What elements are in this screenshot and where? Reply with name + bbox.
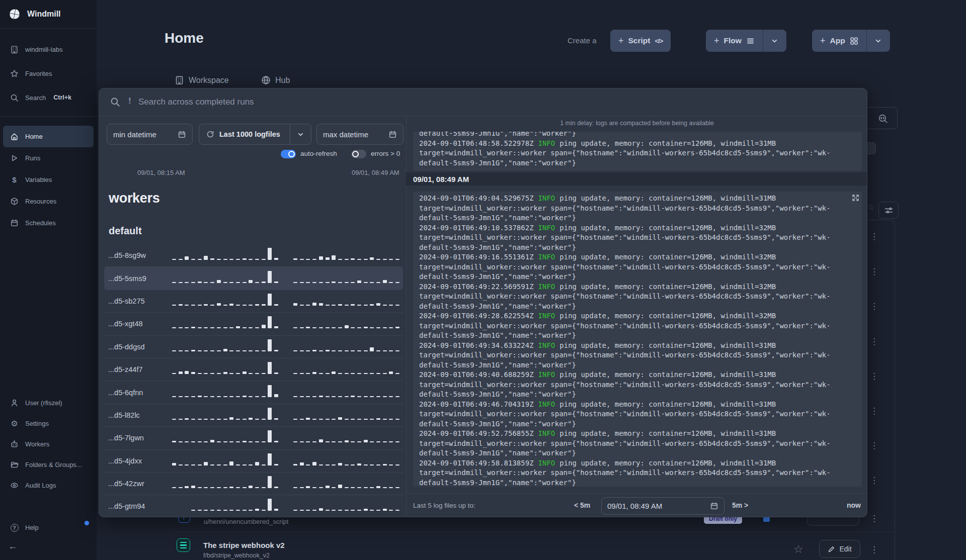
sidebar-item[interactable]: $ Variables	[3, 169, 94, 191]
log-level: INFO	[538, 224, 555, 232]
min-datetime-input[interactable]: min datetime	[107, 124, 193, 145]
plus-icon: +	[618, 36, 624, 46]
kebab-menu-icon[interactable]	[870, 232, 877, 242]
windmill-logo-icon	[8, 8, 21, 21]
log-timestamp: 2024-09-01T06:49:46.704319Z	[419, 400, 534, 408]
flow-dropdown-button[interactable]	[763, 30, 786, 52]
kebab-menu-icon[interactable]	[870, 371, 877, 382]
sidebar-item[interactable]: User (rfiszel)	[3, 393, 94, 413]
kebab-menu-icon[interactable]	[870, 514, 877, 524]
log-level: INFO	[538, 341, 555, 349]
sidebar-item[interactable]: Resources	[3, 191, 94, 212]
max-datetime-input[interactable]: max datetime	[316, 124, 404, 145]
worker-activity-sparkline	[172, 453, 399, 469]
kebab-menu-icon[interactable]	[870, 545, 877, 555]
sidebar-item-help[interactable]: ? Help	[3, 517, 94, 538]
log-timestamp: 2024-09-01T06:49:10.537862Z	[419, 224, 534, 232]
sidebar-item[interactable]: Search Ctrl+k	[3, 85, 94, 110]
flow-item-icon	[177, 538, 190, 552]
tab-workspace[interactable]: Workspace	[175, 75, 229, 85]
logs-footer: Last 5 log files up to: < 5m 09/01, 08:4…	[406, 493, 867, 517]
errors-toggle[interactable]	[351, 150, 366, 158]
brand-name: Windmill	[27, 10, 61, 19]
sidebar-item[interactable]: Folders & Groups...	[3, 454, 94, 475]
eye-icon	[10, 481, 19, 490]
dollar-icon: $	[10, 175, 19, 184]
worker-row[interactable]: ...d5-5sms9	[104, 267, 403, 290]
plus-icon: +	[714, 36, 719, 46]
sidebar-item[interactable]: Favorites	[3, 61, 94, 85]
building-icon	[10, 45, 19, 54]
log-entry: 2024-09-01T06:49:58.813859ZINFOping upda…	[419, 458, 856, 487]
calendar-icon[interactable]	[178, 130, 186, 139]
grid-icon	[850, 37, 858, 45]
log-timestamp: 2024-09-01T06:49:04.529675Z	[419, 194, 534, 202]
now-button[interactable]: now	[847, 501, 861, 509]
worker-row[interactable]: ...d5-7lgwn	[104, 427, 403, 449]
worker-row[interactable]: ...d5-8sg9w	[104, 244, 403, 267]
expand-icon[interactable]	[851, 194, 860, 202]
log-timestamp: 2024-09-01T06:49:40.688259Z	[419, 370, 534, 379]
pencil-icon	[828, 545, 835, 553]
log-line: target=windmill_worker::worker span={"ho…	[419, 148, 856, 158]
worker-row[interactable]: ...d5-l82lc	[104, 404, 403, 427]
create-app-button[interactable]: + App	[812, 30, 866, 52]
favorite-star-icon[interactable]: ☆	[793, 543, 803, 556]
play-icon	[10, 154, 19, 162]
kebab-menu-icon[interactable]	[870, 476, 877, 486]
sidebar-item[interactable]: Workers	[3, 434, 94, 454]
calendar-icon[interactable]	[710, 502, 718, 510]
sidebar-item[interactable]: Audit Logs	[3, 475, 94, 496]
code-search-icon[interactable]	[878, 114, 888, 124]
collapse-sidebar-icon[interactable]: ←	[8, 541, 18, 552]
create-flow-label: Flow	[724, 36, 742, 45]
sidebar-item[interactable]: Home	[3, 126, 94, 147]
auto-refresh-toggle[interactable]	[281, 150, 296, 158]
kebab-menu-icon[interactable]	[870, 302, 877, 312]
brand[interactable]: Windmill	[0, 0, 97, 29]
workers-heading: workers	[109, 191, 159, 206]
log-entry: 2024-09-01T06:49:10.537862ZINFOping upda…	[419, 223, 856, 253]
app-dropdown-button[interactable]	[866, 30, 890, 52]
kebab-menu-icon[interactable]	[870, 267, 877, 277]
runs-search-input[interactable]	[138, 88, 591, 116]
worker-activity-sparkline	[172, 385, 399, 400]
worker-row[interactable]: ...d5-42zwr	[104, 473, 403, 495]
tab-hub[interactable]: Hub	[261, 75, 290, 85]
worker-row[interactable]: ...d5-6qfnn	[104, 381, 403, 404]
log-entry: 2024-09-01T06:49:40.688259ZINFOping upda…	[419, 370, 856, 400]
worker-row[interactable]: ...d5-xgt48	[104, 313, 403, 335]
worker-row[interactable]: ...d5-sb275	[104, 290, 403, 313]
kebab-menu-icon[interactable]	[870, 337, 877, 347]
worker-row[interactable]: ...d5-4jdxx	[104, 450, 403, 473]
create-flow-button[interactable]: + Flow	[706, 30, 763, 52]
footer-datetime-input[interactable]: 09/01, 08:49 AM	[601, 497, 725, 515]
display-filters-button[interactable]	[878, 202, 899, 219]
prev-5m-button[interactable]: < 5m	[574, 501, 590, 509]
sidebar-item[interactable]: windmill-labs	[3, 37, 94, 61]
sidebar-item[interactable]: Schedules	[3, 212, 94, 234]
log-message: ping update, memory: container=126MB, wi…	[559, 194, 776, 202]
sliders-icon	[884, 206, 894, 215]
create-script-button[interactable]: + Script </>	[610, 30, 671, 52]
sidebar-workspace-group: windmill-labs Favorites Search Ctrl+k	[3, 37, 94, 110]
sidebar-item[interactable]: ⚙ Settings	[3, 413, 94, 434]
worker-row[interactable]: ...d5-gtm94	[104, 495, 403, 517]
log-timestamp: 2024-09-01T06:49:28.622554Z	[419, 312, 534, 320]
windmill-app: Home Create a + Script </> + Flow + App …	[0, 0, 966, 560]
kebab-menu-icon[interactable]	[870, 406, 877, 416]
logfiles-select[interactable]: Last 1000 logfiles	[199, 124, 311, 145]
edit-button[interactable]: Edit	[819, 540, 860, 558]
next-5m-button[interactable]: 5m >	[732, 501, 748, 509]
star-icon[interactable]: ☆	[868, 203, 874, 211]
calendar-icon[interactable]	[388, 130, 397, 139]
worker-activity-sparkline	[172, 430, 399, 445]
log-level: INFO	[538, 194, 555, 202]
log-entry: 2024-09-01T06:49:16.551361ZINFOping upda…	[419, 252, 856, 282]
worker-row[interactable]: ...d5-z44f7	[104, 358, 403, 381]
worker-name: ...d5-sb275	[108, 297, 172, 305]
kebab-menu-icon[interactable]	[870, 441, 877, 451]
sidebar-item[interactable]: Runs	[3, 147, 94, 169]
logfiles-select-chevron[interactable]	[290, 124, 311, 144]
worker-row[interactable]: ...d5-ddgsd	[104, 336, 403, 358]
